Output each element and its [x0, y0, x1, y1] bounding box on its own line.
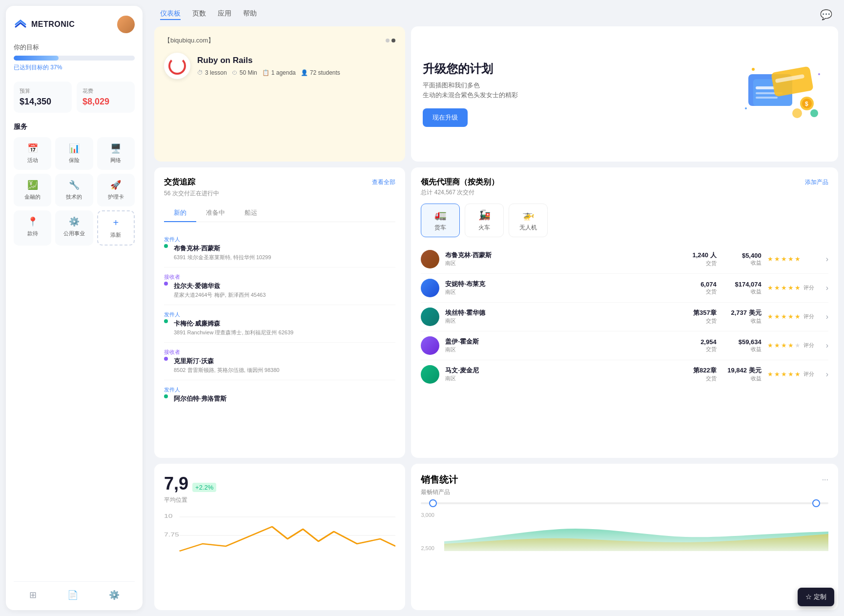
star-3-1: ★	[767, 313, 773, 320]
star-3-5: ★	[795, 313, 801, 320]
service-item-finance[interactable]: 💹 金融的	[14, 174, 51, 206]
add-service-label: 添新	[110, 231, 121, 239]
agent-money-4: $59,634 收益	[722, 338, 762, 353]
star-2-5: ★	[795, 284, 801, 291]
agent-arrow-5[interactable]: ›	[826, 370, 828, 379]
agent-rating-5: ★ ★ ★ ★ ★ 评分	[767, 370, 816, 378]
settings-icon[interactable]: ⚙️	[109, 590, 120, 600]
delivery-name-row-2: 拉尔夫·爱德华兹 星家大道2464号 梅萨, 新泽西州 45463	[164, 282, 395, 299]
agent-transactions-2: 6,074	[682, 281, 717, 288]
finance-label: 金融的	[24, 193, 41, 201]
upgrade-button[interactable]: 现在升级	[423, 108, 468, 127]
course-lessons: ⏱ 3 lesson	[197, 69, 227, 76]
nav-pages[interactable]: 页数	[192, 9, 206, 20]
star-3-2: ★	[774, 313, 780, 320]
cat-tab-train[interactable]: 🚂 火车	[465, 204, 504, 237]
goal-progress-fill	[14, 56, 59, 61]
upgrade-desc: 平面插图和我们多色 生动的未混合紫色头发女士的精彩	[423, 81, 518, 101]
star-2-4: ★	[788, 284, 794, 291]
delivery-dot-2	[164, 282, 168, 286]
add-service-icon: +	[113, 217, 119, 228]
star-2-3: ★	[781, 284, 787, 291]
cat-tab-drone[interactable]: 🚁 无人机	[509, 204, 548, 237]
delivery-name-row-4: 克里斯汀·沃森 8502 普雷斯顿路, 英格尔伍德, 缅因州 98380	[164, 357, 395, 374]
add-product-button[interactable]: 添加产品	[805, 178, 828, 186]
cat-tab-truck[interactable]: 🚛 货车	[421, 204, 460, 237]
nav-help[interactable]: 帮助	[243, 9, 257, 20]
service-item-add[interactable]: + 添新	[97, 210, 135, 246]
dot-1	[386, 39, 390, 42]
agent-avatar-4	[421, 336, 439, 355]
star-4-3: ★	[781, 342, 787, 349]
course-content: Ruby on Rails ⏱ 3 lesson ⏲ 50 Min 📋 1 a	[164, 53, 395, 79]
svg-point-13	[818, 73, 820, 75]
drone-icon: 🚁	[522, 209, 535, 221]
chat-icon[interactable]: 💬	[820, 9, 832, 21]
delivery-dot-4	[164, 357, 168, 361]
nav-right: 💬	[820, 9, 832, 21]
delivery-tabs: 新的 准备中 船运	[164, 205, 395, 222]
star-3-4: ★	[788, 313, 794, 320]
sales-menu-icon[interactable]: ···	[822, 475, 828, 484]
category-tabs: 🚛 货车 🚂 火车 🚁 无人机	[421, 204, 828, 237]
file-icon[interactable]: 📄	[67, 590, 78, 600]
delivery-name-row-1: 布鲁克林·西蒙斯 6391 埃尔金圣塞莱斯特, 特拉华州 10299	[164, 244, 395, 261]
agent-arrow-4[interactable]: ›	[826, 341, 828, 350]
insurance-label: 保险	[69, 157, 80, 164]
course-duration: ⏲ 50 Min	[232, 69, 257, 76]
agent-arrow-2[interactable]: ›	[826, 284, 828, 292]
service-item-utility[interactable]: ⚙️ 公用事业	[55, 210, 93, 246]
service-item-tech[interactable]: 🔧 技术的	[55, 174, 93, 206]
agent-region-4: 南区	[445, 346, 676, 353]
customize-button[interactable]: ☆ 定制	[798, 588, 834, 606]
sales-card: 销售统计 ··· 最畅销产品 3,000 2,500	[411, 464, 838, 610]
svg-text:7.75: 7.75	[164, 532, 179, 537]
slider-right-handle[interactable]	[812, 499, 820, 507]
agents-header: 领先代理商（按类别） 添加产品	[421, 177, 828, 187]
agent-avatar-5	[421, 365, 439, 384]
nav-dashboard[interactable]: 仪表板	[160, 9, 181, 20]
agent-transactions-5: 第822章	[682, 366, 717, 375]
agent-row-1: 布鲁克林·西蒙斯 南区 1,240 人 交货 $5,400 收益 ★ ★ ★ ★…	[421, 245, 828, 274]
service-item-network[interactable]: 🖥️ 网络	[97, 137, 135, 170]
sidebar: METRONIC 你的目标 已达到目标的 37% 预算 $14,350 花费 $…	[6, 6, 143, 610]
service-item-activity[interactable]: 📅 活动	[14, 137, 51, 170]
svg-text:10: 10	[164, 513, 173, 519]
star-5-3: ★	[781, 370, 787, 378]
avg-label: 平均位置	[164, 496, 395, 504]
tech-label: 技术的	[66, 193, 82, 201]
sales-header: 销售统计 ···	[421, 473, 828, 486]
layers-icon[interactable]: ⊞	[29, 590, 37, 600]
sidebar-header: METRONIC	[14, 16, 135, 33]
nav-links: 仪表板 页数 应用 帮助	[160, 9, 257, 20]
svg-point-12	[752, 68, 755, 71]
course-students: 👤 72 students	[301, 69, 340, 76]
dot-2	[391, 39, 395, 42]
service-item-hospitality[interactable]: 📍 款待	[14, 210, 51, 246]
agent-arrow-3[interactable]: ›	[826, 312, 828, 321]
service-item-insurance[interactable]: 📊 保险	[55, 137, 93, 170]
agent-money-5: 19,842 美元 收益	[722, 366, 762, 382]
agent-name-1: 布鲁克林·西蒙斯	[445, 251, 676, 260]
budget-row: 预算 $14,350 花费 $8,029	[14, 82, 135, 113]
slider-left-handle[interactable]	[429, 499, 437, 507]
logo: METRONIC	[14, 19, 75, 30]
agent-arrow-1[interactable]: ›	[826, 255, 828, 264]
course-title: Ruby on Rails	[197, 56, 340, 65]
user-avatar[interactable]	[117, 16, 135, 33]
agents-card: 领先代理商（按类别） 添加产品 总计 424,567 次交付 🚛 货车 🚂 火车…	[411, 167, 838, 458]
nav-apps[interactable]: 应用	[218, 9, 231, 20]
see-all-button[interactable]: 查看全部	[372, 178, 395, 186]
sidebar-footer: ⊞ 📄 ⚙️	[14, 581, 135, 600]
sales-chart-area: 3,000 2,500	[421, 512, 828, 553]
delivery-name-1: 布鲁克林·西蒙斯	[174, 244, 271, 253]
tab-shipping[interactable]: 船运	[235, 205, 267, 222]
tab-preparing[interactable]: 准备中	[196, 205, 235, 222]
star-1-5: ★	[795, 255, 801, 263]
delivery-item-1: 发件人 布鲁克林·西蒙斯 6391 埃尔金圣塞莱斯特, 特拉华州 10299	[164, 230, 395, 267]
service-item-care[interactable]: 🚀 护理卡	[97, 174, 135, 206]
tab-new[interactable]: 新的	[164, 205, 196, 222]
content-grid: 【biqubiqu.com】 Ruby on Rails ⏱ 3 lesson	[148, 26, 844, 616]
agent-revenue-2: $174,074	[722, 281, 762, 288]
agent-transactions-4: 2,954	[682, 338, 717, 346]
